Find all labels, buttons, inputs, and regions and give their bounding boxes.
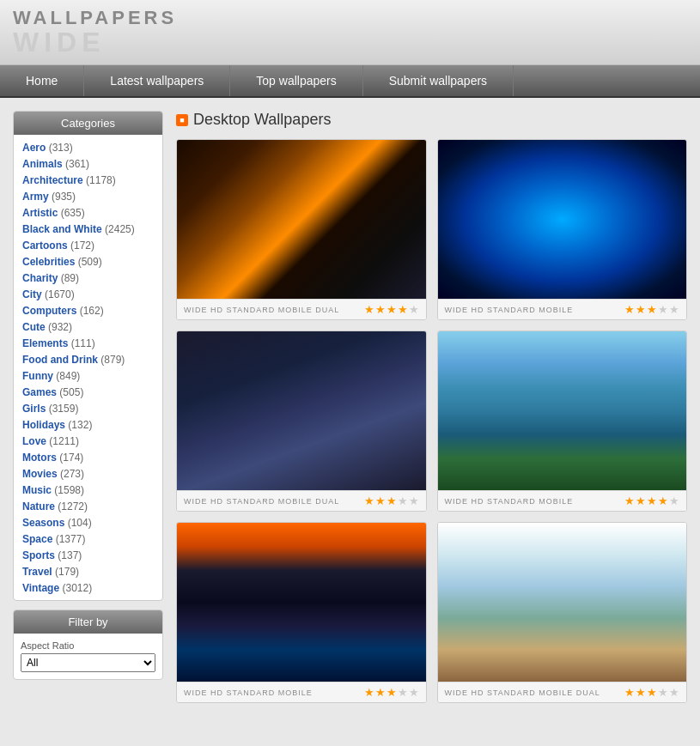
list-item: Computers (162) <box>14 302 162 318</box>
wallpaper-card[interactable]: WIDE HD STANDARD MOBILE DUAL★★★★★ <box>176 331 427 512</box>
category-link[interactable]: Army (935) <box>22 191 76 203</box>
wallpaper-formats: WIDE HD STANDARD MOBILE DUAL <box>445 688 600 697</box>
category-link[interactable]: Computers (162) <box>22 305 104 317</box>
wallpaper-card[interactable]: WIDE HD STANDARD MOBILE DUAL★★★★★ <box>176 139 427 320</box>
wallpaper-thumbnail <box>438 523 687 682</box>
list-item: Holidays (132) <box>14 416 162 433</box>
star-empty: ★ <box>669 303 679 316</box>
list-item: Cartoons (172) <box>14 237 162 253</box>
star-empty: ★ <box>409 303 419 316</box>
category-link[interactable]: Travel (179) <box>22 566 79 578</box>
wallpaper-card[interactable]: WIDE HD STANDARD MOBILE DUAL★★★★★ <box>437 522 688 703</box>
category-link[interactable]: Vintage (3012) <box>22 582 92 594</box>
star-filled: ★ <box>647 303 657 316</box>
category-link[interactable]: Cute (932) <box>22 321 72 333</box>
nav-latest[interactable]: Latest wallpapers <box>84 65 230 96</box>
wallpaper-rating: ★★★★★ <box>364 686 419 699</box>
wallpaper-grid: WIDE HD STANDARD MOBILE DUAL★★★★★WIDE HD… <box>176 139 687 703</box>
sidebar: Categories Aero (313)Animals (361)Archit… <box>13 111 163 703</box>
list-item: Army (935) <box>14 188 162 204</box>
filter-panel: Filter by Aspect Ratio All 16:9 16:10 4:… <box>13 610 163 680</box>
category-link[interactable]: Games (505) <box>22 386 83 398</box>
wallpaper-formats: WIDE HD STANDARD MOBILE <box>445 306 574 314</box>
star-filled: ★ <box>364 686 374 699</box>
star-filled: ★ <box>375 303 386 316</box>
list-item: Music (1598) <box>14 482 162 498</box>
wallpaper-formats: WIDE HD STANDARD MOBILE DUAL <box>184 497 339 506</box>
wallpaper-formats: WIDE HD STANDARD MOBILE <box>445 497 574 506</box>
star-filled: ★ <box>624 494 635 507</box>
site-header: WALLPAPERS WIDE <box>0 0 700 65</box>
list-item: Cute (932) <box>14 318 162 335</box>
wallpaper-formats: WIDE HD STANDARD MOBILE DUAL <box>184 306 339 314</box>
category-link[interactable]: Food and Drink (879) <box>22 354 125 366</box>
list-item: Charity (89) <box>14 270 162 286</box>
list-item: Movies (273) <box>14 465 162 482</box>
star-filled: ★ <box>375 686 386 699</box>
wallpaper-thumbnail <box>177 523 426 682</box>
list-item: Food and Drink (879) <box>14 351 162 367</box>
category-link[interactable]: Black and White (2425) <box>22 223 135 235</box>
star-filled: ★ <box>647 494 657 507</box>
category-link[interactable]: Artistic (635) <box>22 207 85 219</box>
category-link[interactable]: Animals (361) <box>22 158 89 170</box>
nav-home[interactable]: Home <box>0 65 84 96</box>
star-filled: ★ <box>658 494 668 507</box>
star-empty: ★ <box>409 494 419 507</box>
aspect-ratio-select[interactable]: All 16:9 16:10 4:3 5:4 <box>21 653 155 672</box>
category-link[interactable]: Music (1598) <box>22 484 84 496</box>
wallpaper-card[interactable]: WIDE HD STANDARD MOBILE★★★★★ <box>437 139 688 320</box>
category-link[interactable]: Cartoons (172) <box>22 240 94 252</box>
star-filled: ★ <box>624 686 635 699</box>
wallpaper-rating: ★★★★★ <box>624 494 679 507</box>
site-subtitle: WIDE <box>13 27 687 58</box>
list-item: Love (1211) <box>14 433 162 449</box>
site-title: WALLPAPERS <box>13 9 687 27</box>
wallpaper-card[interactable]: WIDE HD STANDARD MOBILE★★★★★ <box>437 331 688 512</box>
categories-panel: Categories Aero (313)Animals (361)Archit… <box>13 111 163 601</box>
list-item: Celebrities (509) <box>14 253 162 270</box>
filter-title: Filter by <box>14 610 162 634</box>
star-filled: ★ <box>624 303 635 316</box>
category-link[interactable]: Girls (3159) <box>22 403 78 415</box>
star-empty: ★ <box>669 686 679 699</box>
category-link[interactable]: Celebrities (509) <box>22 256 102 268</box>
rss-icon: ■ <box>176 114 188 126</box>
category-link[interactable]: Movies (273) <box>22 468 84 480</box>
wallpaper-thumbnail <box>438 140 687 299</box>
wallpaper-thumbnail <box>177 331 426 490</box>
wallpaper-rating: ★★★★★ <box>624 303 679 316</box>
main-layout: Categories Aero (313)Animals (361)Archit… <box>0 98 700 716</box>
list-item: Space (1377) <box>14 531 162 547</box>
category-link[interactable]: Sports (137) <box>22 549 82 561</box>
category-link[interactable]: Love (1211) <box>22 435 79 447</box>
wallpaper-card[interactable]: WIDE HD STANDARD MOBILE★★★★★ <box>176 522 427 703</box>
star-filled: ★ <box>375 494 386 507</box>
category-link[interactable]: Nature (1272) <box>22 500 88 512</box>
wallpaper-rating: ★★★★★ <box>364 494 419 507</box>
category-link[interactable]: Elements (111) <box>22 337 95 349</box>
category-link[interactable]: Funny (849) <box>22 370 80 382</box>
wallpaper-rating: ★★★★★ <box>364 303 419 316</box>
main-nav: Home Latest wallpapers Top wallpapers Su… <box>0 65 700 98</box>
list-item: Nature (1272) <box>14 498 162 514</box>
category-link[interactable]: Motors (174) <box>22 452 83 464</box>
list-item: Seasons (104) <box>14 514 162 531</box>
list-item: Black and White (2425) <box>14 221 162 237</box>
category-link[interactable]: Architecture (1178) <box>22 174 116 186</box>
star-filled: ★ <box>387 494 397 507</box>
category-link[interactable]: Holidays (132) <box>22 419 92 431</box>
category-link[interactable]: Seasons (104) <box>22 517 92 529</box>
nav-submit[interactable]: Submit wallpapers <box>363 65 514 96</box>
category-link[interactable]: Charity (89) <box>22 272 79 284</box>
category-link[interactable]: City (1670) <box>22 288 75 300</box>
star-empty: ★ <box>398 494 408 507</box>
content-area: ■ Desktop Wallpapers WIDE HD STANDARD MO… <box>176 111 687 703</box>
nav-top[interactable]: Top wallpapers <box>230 65 362 96</box>
star-filled: ★ <box>387 686 397 699</box>
list-item: Vintage (3012) <box>14 579 162 596</box>
star-filled: ★ <box>647 686 657 699</box>
list-item: Funny (849) <box>14 367 162 384</box>
category-link[interactable]: Aero (313) <box>22 142 73 154</box>
category-link[interactable]: Space (1377) <box>22 533 85 545</box>
